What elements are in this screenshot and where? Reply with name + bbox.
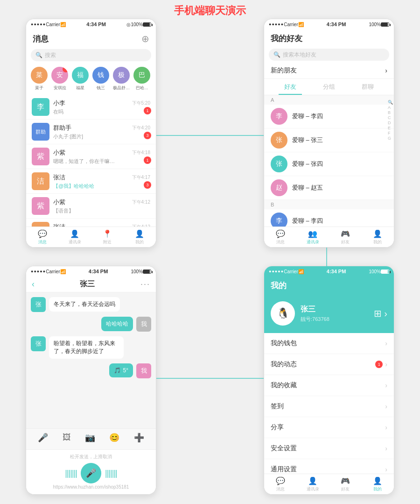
friend-avatar-2: 张: [271, 156, 287, 172]
msg-avatar-3: 我: [136, 363, 151, 378]
friend-item-0[interactable]: 李 爱聊 – 李四: [264, 105, 394, 128]
chat-item-1[interactable]: 群助 群助手 下午4:20 小丸子:[图片] 3: [26, 120, 156, 144]
more-tool-button[interactable]: ➕: [134, 433, 144, 443]
status-bar-2: ●●●●● Carrier 📶 4:34 PM 100%: [264, 19, 394, 29]
friend-avatar-1: 张: [271, 132, 287, 149]
tab-4-game[interactable]: 🎮 好友: [329, 476, 362, 492]
friend-item-4[interactable]: 李 爱聊 – 李四: [264, 209, 394, 227]
avatar-item-1[interactable]: 安 安琪拉: [51, 67, 68, 91]
msg-avatar-1: 我: [136, 317, 151, 332]
friend-name-1: 爱聊 – 张三: [292, 136, 387, 144]
menu-signin[interactable]: 签到 ›: [264, 396, 394, 417]
chat-time-4: 下午4:12: [132, 199, 150, 206]
avatar-item-3[interactable]: 钱 钱三: [92, 67, 109, 91]
tab-contacts[interactable]: 👤 通讯录: [59, 229, 91, 245]
avatar-item-2[interactable]: 福 福星: [72, 67, 89, 91]
alpha-c[interactable]: C: [388, 115, 393, 120]
mine-menu-list: 我的钱包 › 我的动态 1 › 我的收藏 › 签到: [264, 333, 394, 474]
tab-messages[interactable]: 💬 消息: [26, 229, 59, 245]
friend-item-3[interactable]: 赵 爱聊 – 赵五: [264, 176, 394, 200]
tab-nearby[interactable]: 📍 附近: [91, 229, 124, 245]
tab-messages-label: 消息: [38, 239, 47, 245]
chat-name-2: 小紫: [53, 149, 65, 157]
avatar-2: 福: [72, 67, 89, 84]
voice-record-button[interactable]: 🎤: [81, 463, 101, 483]
new-friends-chevron: ›: [385, 67, 387, 74]
chat-item-0[interactable]: 李 小李 下午5:20 在吗 1: [26, 95, 156, 120]
chat-preview-3: 【@我】哈哈哈哈: [53, 183, 119, 190]
alpha-g[interactable]: G: [388, 136, 393, 141]
friend-item-1[interactable]: 张 爱聊 – 张三: [264, 128, 394, 152]
chat-item-5[interactable]: 洁 张洁 下午4:12 哈哈哈 好的 晚上见: [26, 219, 156, 227]
msg-row-0: 张 冬天来了，春天还会远吗: [31, 297, 151, 312]
emoji-tool-button[interactable]: 😊: [109, 433, 119, 443]
tab-friends[interactable]: 好友: [271, 79, 309, 95]
friend-name-0: 爱聊 – 李四: [292, 112, 387, 121]
carrier-label: Carrier: [46, 22, 60, 27]
menu-general-chevron: ›: [385, 466, 387, 473]
tab-2-contacts[interactable]: 👥 通讯录: [297, 229, 329, 245]
chat-item-4[interactable]: 紫 小紫 下午4:12 【语音】: [26, 194, 156, 219]
chat-name-4: 小紫: [53, 198, 65, 206]
tab-contacts-label: 通讯录: [69, 239, 81, 245]
friends-list: A 李 爱聊 – 李四 张 爱聊 – 张三 张 爱聊 – 张四 赵 爱聊 – 赵…: [264, 95, 394, 227]
friends-search[interactable]: 🔍 搜索本地好友: [269, 49, 389, 61]
tab-groups[interactable]: 分组: [309, 79, 348, 95]
tab-4-messages[interactable]: 💬 消息: [264, 476, 297, 492]
tab-mine[interactable]: 👤 我的: [124, 229, 156, 245]
waveform-right: |||||||: [105, 469, 117, 478]
tab-2-mine[interactable]: 👤 我的: [362, 229, 394, 245]
menu-wallet[interactable]: 我的钱包 ›: [264, 333, 394, 354]
back-button[interactable]: ‹: [32, 279, 35, 289]
mine-profile[interactable]: 🐧 张三 靓号:763768 ⊞ ›: [264, 297, 394, 333]
chat-unread-1: 3: [144, 132, 151, 139]
add-chat-button[interactable]: ⊕: [141, 33, 149, 44]
alpha-b[interactable]: B: [388, 110, 393, 115]
mine-header: 我的: [264, 277, 394, 297]
tab-2-game[interactable]: 🎮 好友: [329, 229, 362, 245]
friend-avatar-0: 李: [271, 108, 287, 125]
tab-2-messages[interactable]: 💬 消息: [264, 229, 297, 245]
menu-dynamics[interactable]: 我的动态 1 ›: [264, 354, 394, 375]
wifi-icon: 📶: [60, 22, 66, 27]
alpha-a[interactable]: A: [388, 105, 393, 110]
avatar-4: 极: [113, 67, 130, 84]
menu-collection[interactable]: 我的收藏 ›: [264, 375, 394, 396]
camera-tool-button[interactable]: 📷: [85, 433, 95, 443]
alphabet-index[interactable]: 🔍 A B C D E F G: [388, 95, 393, 227]
menu-security[interactable]: 安全设置 ›: [264, 438, 394, 459]
alpha-f[interactable]: F: [388, 131, 393, 135]
avatar-item-5[interactable]: 巴 巴哈…: [133, 67, 150, 91]
alpha-e[interactable]: E: [388, 126, 393, 130]
menu-dynamics-right: 1 ›: [375, 361, 387, 368]
alpha-d[interactable]: D: [388, 121, 393, 125]
chat-input-area: 🎤 🖼 📷 😊 ➕: [26, 428, 156, 449]
friend-avatar-3: 赵: [271, 179, 287, 196]
qr-code-icon[interactable]: ⊞ ›: [374, 308, 387, 319]
voice-tool-button[interactable]: 🎤: [38, 433, 48, 443]
menu-general[interactable]: 通用设置 ›: [264, 459, 394, 474]
messages-header: 消息 ⊕: [26, 29, 156, 47]
battery-icon-3: [143, 270, 151, 274]
more-options-button[interactable]: ···: [140, 279, 150, 289]
friend-item-2[interactable]: 张 爱聊 – 张四: [264, 152, 394, 176]
tab-group-chat[interactable]: 群聊: [349, 79, 387, 95]
menu-signin-chevron: ›: [385, 403, 387, 410]
tab-2-contacts-label: 通讯录: [307, 239, 319, 245]
avatar-item-0[interactable]: 菜 菜子: [31, 67, 48, 91]
image-tool-button[interactable]: 🖼: [63, 433, 71, 443]
menu-share[interactable]: 分享 ›: [264, 417, 394, 438]
menu-security-right: ›: [385, 445, 387, 452]
tab-4-mine[interactable]: 👤 我的: [362, 476, 394, 492]
tab-2-game-icon: 🎮: [341, 229, 350, 238]
chat-item-2[interactable]: 紫 小紫 下午4:18 嗯嗯，知道了，你在干嘛来，等会去找你… 1: [26, 144, 156, 169]
messages-search[interactable]: 🔍 搜索: [31, 49, 151, 61]
tab-4-contacts[interactable]: 👤 通讯录: [297, 476, 329, 492]
chat-item-3[interactable]: 洁 张洁 下午4:17 【@我】哈哈哈哈 3: [26, 169, 156, 194]
msg-bubble-0: 冬天来了，春天还会远吗: [49, 297, 120, 312]
alpha-q[interactable]: 🔍: [388, 100, 393, 105]
new-friends-item[interactable]: 新的朋友 ›: [264, 63, 394, 79]
phone-friends: ●●●●● Carrier 📶 4:34 PM 100% 我的好友 🔍 搜索本地…: [264, 19, 394, 248]
tab-messages-icon: 💬: [38, 229, 47, 238]
avatar-item-4[interactable]: 极 极品舒…: [113, 67, 130, 91]
